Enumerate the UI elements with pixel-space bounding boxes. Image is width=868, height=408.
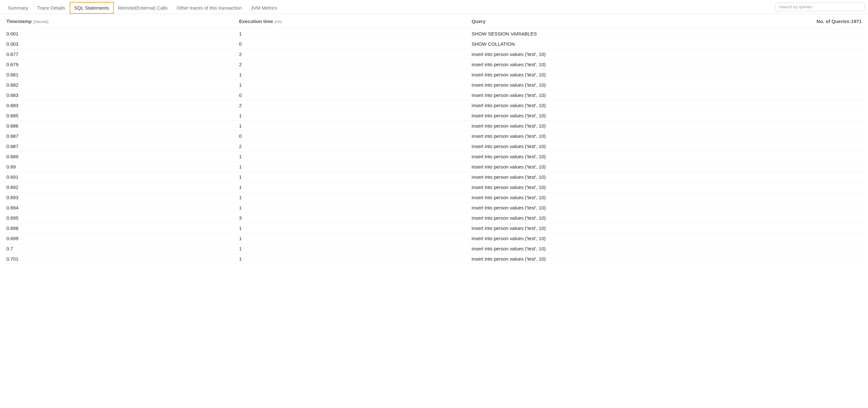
query-count-value: 1971 — [851, 19, 862, 24]
cell-ts: 0.687 — [3, 141, 236, 151]
cell-exec: 2 — [236, 59, 468, 70]
cell-exec: 2 — [236, 100, 468, 111]
cell-ts: 0.689 — [3, 151, 236, 162]
cell-query: insert into person values ('test', 10) — [468, 193, 865, 203]
tab-trace-details[interactable]: Trace Details — [33, 2, 70, 14]
cell-query: insert into person values ('test', 10) — [468, 121, 865, 131]
table-row[interactable]: 0.6792insert into person values ('test',… — [3, 59, 865, 70]
cell-query: SHOW COLLATION — [468, 39, 865, 49]
cell-exec: 1 — [236, 162, 468, 172]
cell-exec: 3 — [236, 213, 468, 223]
tab-sql-statements[interactable]: SQL Statements — [70, 2, 114, 14]
col-timestamp-label: Timestamp — [6, 19, 32, 24]
table-row[interactable]: 0.6991insert into person values ('test',… — [3, 233, 865, 244]
cell-query: insert into person values ('test', 10) — [468, 244, 865, 254]
cell-query: insert into person values ('test', 10) — [468, 100, 865, 111]
table-row[interactable]: 0.691insert into person values ('test', … — [3, 162, 865, 172]
cell-ts: 0.69 — [3, 162, 236, 172]
cell-exec: 1 — [236, 233, 468, 244]
tab-jvm-metrics[interactable]: JVM Metrics — [246, 2, 282, 14]
cell-ts: 0.699 — [3, 233, 236, 244]
cell-exec: 1 — [236, 182, 468, 193]
cell-ts: 0.685 — [3, 111, 236, 121]
table-row[interactable]: 0.7011insert into person values ('test',… — [3, 254, 865, 264]
col-query[interactable]: Query No. of Queries:1971 — [468, 14, 865, 29]
table-row[interactable]: 0.6811insert into person values ('test',… — [3, 70, 865, 80]
cell-query: insert into person values ('test', 10) — [468, 182, 865, 193]
sql-table: Timestamp (Second) Execution time (ms) Q… — [3, 14, 865, 264]
tabs: SummaryTrace DetailsSQL StatementsRemote… — [3, 2, 282, 14]
table-row[interactable]: 0.6870insert into person values ('test',… — [3, 131, 865, 141]
cell-exec: 1 — [236, 151, 468, 162]
table-row[interactable]: 0.6832insert into person values ('test',… — [3, 100, 865, 111]
cell-exec: 1 — [236, 244, 468, 254]
table-row[interactable]: 0.6981insert into person values ('test',… — [3, 223, 865, 233]
col-timestamp[interactable]: Timestamp (Second) — [3, 14, 236, 29]
cell-ts: 0.686 — [3, 121, 236, 131]
cell-ts: 0.677 — [3, 49, 236, 59]
col-exec-label: Execution time — [239, 19, 273, 24]
cell-query: insert into person values ('test', 10) — [468, 172, 865, 182]
col-exec-time[interactable]: Execution time (ms) — [236, 14, 468, 29]
cell-ts: 0.7 — [3, 244, 236, 254]
cell-ts: 0.695 — [3, 213, 236, 223]
cell-ts: 0.001 — [3, 29, 236, 39]
cell-exec: 1 — [236, 254, 468, 264]
cell-exec: 0 — [236, 90, 468, 100]
table-row[interactable]: 0.6911insert into person values ('test',… — [3, 172, 865, 182]
cell-query: insert into person values ('test', 10) — [468, 141, 865, 151]
cell-ts: 0.682 — [3, 80, 236, 90]
cell-query: insert into person values ('test', 10) — [468, 254, 865, 264]
cell-query: insert into person values ('test', 10) — [468, 90, 865, 100]
cell-query: insert into person values ('test', 10) — [468, 111, 865, 121]
cell-exec: 0 — [236, 131, 468, 141]
tab-summary[interactable]: Summary — [3, 2, 33, 14]
cell-query: insert into person values ('test', 10) — [468, 131, 865, 141]
col-query-label: Query — [472, 19, 486, 24]
table-row[interactable]: 0.6953insert into person values ('test',… — [3, 213, 865, 223]
cell-exec: 1 — [236, 70, 468, 80]
cell-query: insert into person values ('test', 10) — [468, 233, 865, 244]
tab-remote-external-calls[interactable]: Remote(External) Calls — [114, 2, 172, 14]
cell-exec: 2 — [236, 49, 468, 59]
tab-other-traces-of-this-transaction[interactable]: Other traces of this transaction — [172, 2, 246, 14]
table-row[interactable]: 0.6931insert into person values ('test',… — [3, 193, 865, 203]
table-row[interactable]: 0.6921insert into person values ('test',… — [3, 182, 865, 193]
cell-ts: 0.679 — [3, 59, 236, 70]
cell-exec: 1 — [236, 111, 468, 121]
cell-query: insert into person values ('test', 10) — [468, 162, 865, 172]
cell-exec: 1 — [236, 29, 468, 39]
cell-query: insert into person values ('test', 10) — [468, 59, 865, 70]
cell-query: SHOW SESSION VARIABLES — [468, 29, 865, 39]
cell-query: insert into person values ('test', 10) — [468, 49, 865, 59]
table-row[interactable]: 0.6891insert into person values ('test',… — [3, 151, 865, 162]
table-row[interactable]: 0.6830insert into person values ('test',… — [3, 90, 865, 100]
cell-exec: 2 — [236, 141, 468, 151]
table-row[interactable]: 0.0030SHOW COLLATION — [3, 39, 865, 49]
cell-ts: 0.698 — [3, 223, 236, 233]
table-row[interactable]: 0.6861insert into person values ('test',… — [3, 121, 865, 131]
col-exec-unit: (ms) — [275, 20, 282, 24]
table-row[interactable]: 0.6872insert into person values ('test',… — [3, 141, 865, 151]
query-count-label: No. of Queries: — [816, 19, 851, 24]
table-row[interactable]: 0.6821insert into person values ('test',… — [3, 80, 865, 90]
cell-exec: 1 — [236, 223, 468, 233]
search-box — [775, 3, 865, 11]
table-row[interactable]: 0.6941insert into person values ('test',… — [3, 203, 865, 213]
cell-query: insert into person values ('test', 10) — [468, 223, 865, 233]
table-row[interactable]: 0.0011SHOW SESSION VARIABLES — [3, 29, 865, 39]
search-input[interactable] — [775, 3, 865, 11]
cell-ts: 0.683 — [3, 100, 236, 111]
cell-ts: 0.693 — [3, 193, 236, 203]
table-row[interactable]: 0.6772insert into person values ('test',… — [3, 49, 865, 59]
table-row[interactable]: 0.6851insert into person values ('test',… — [3, 111, 865, 121]
cell-exec: 1 — [236, 172, 468, 182]
table-row[interactable]: 0.71insert into person values ('test', 1… — [3, 244, 865, 254]
cell-exec: 1 — [236, 121, 468, 131]
cell-ts: 0.691 — [3, 172, 236, 182]
table-header-row: Timestamp (Second) Execution time (ms) Q… — [3, 14, 865, 29]
table-body: 0.0011SHOW SESSION VARIABLES0.0030SHOW C… — [3, 29, 865, 264]
cell-exec: 1 — [236, 203, 468, 213]
col-timestamp-unit: (Second) — [33, 20, 49, 24]
cell-exec: 0 — [236, 39, 468, 49]
